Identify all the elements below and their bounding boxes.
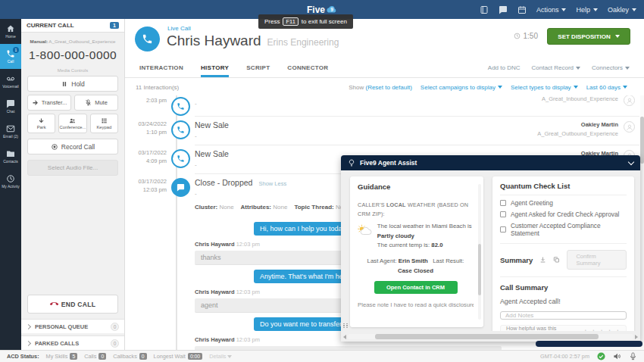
types-filter-dropdown[interactable]: Select types to display [511, 84, 578, 91]
contacts-icon [6, 149, 15, 158]
star-icon[interactable]: ★ [614, 328, 621, 332]
scrollbar-thumb[interactable] [640, 117, 644, 164]
address-book-icon[interactable] [480, 5, 489, 14]
user-menu-label: Oakley [608, 6, 629, 14]
entry-title: Close - Dropped [195, 178, 252, 187]
agent-assist-body: Guidance CALLER'S LOCAL WEATHER (BASED O… [341, 170, 640, 331]
connectors-menu[interactable]: Connectors [592, 64, 630, 71]
scrollbar-track[interactable] [348, 334, 633, 339]
tab-connector[interactable]: CONNECTOR [287, 58, 328, 77]
star-icon[interactable]: ★ [583, 328, 589, 332]
tab-script[interactable]: SCRIPT [246, 58, 270, 77]
types-filter-label: Select types to display [511, 84, 571, 91]
current-call-badge: 1 [110, 22, 119, 29]
sidebar-item-voicemail[interactable]: Voicemail [0, 69, 21, 94]
keypad-button[interactable]: Keypad [90, 114, 118, 133]
star-icon[interactable]: ★ [591, 328, 597, 332]
scroll-left-arrow[interactable] [343, 335, 346, 339]
checklist-item-agent-greeting[interactable]: Agent Greeting [500, 199, 627, 207]
contact-company: Erins Engineering [267, 37, 339, 48]
set-disposition-button[interactable]: SET DISPOSITION [547, 28, 630, 45]
add-notes-input[interactable] [500, 311, 627, 320]
guidance-scrollbar[interactable] [478, 184, 481, 320]
transfer-button[interactable]: Transfer... [27, 95, 71, 111]
conference-button[interactable]: Conference... [58, 114, 86, 133]
sidebar-label: Email (2) [3, 134, 18, 139]
reset-to-default-link[interactable]: (Reset to default) [365, 84, 411, 91]
calendar-icon[interactable] [517, 5, 527, 14]
details-toggle[interactable]: Details [209, 353, 232, 360]
entry-date: 03/17/2022 [125, 178, 167, 186]
summary-row: Summary Confirm Summary [500, 243, 627, 270]
tab-actions: Add to DNC Contact Record Connectors [488, 58, 630, 77]
collapse-chevron-icon[interactable] [628, 158, 634, 164]
star-icon[interactable]: ★ [607, 328, 613, 332]
help-menu[interactable]: Help [576, 6, 598, 14]
tab-interaction[interactable]: INTERACTION [139, 58, 183, 77]
call-timer: 1:50 [514, 32, 538, 40]
checkbox[interactable] [500, 226, 506, 232]
park-button[interactable]: Park [27, 114, 55, 133]
copy-icon[interactable] [553, 256, 560, 264]
entry-date: 03/24/2022 [125, 120, 167, 129]
sidebar-label: Voicemail [2, 84, 18, 89]
sidebar-item-my-activity[interactable]: My Activity [0, 169, 21, 194]
history-scrollbar[interactable] [640, 95, 644, 350]
checkbox[interactable] [500, 200, 506, 206]
parked-calls-accordion[interactable]: PARKED CALLS0 [21, 335, 124, 350]
show-less-link[interactable]: Show Less [258, 180, 286, 187]
show-filter[interactable]: Show (Reset to default) [349, 84, 412, 91]
caret-down-icon [227, 355, 232, 358]
open-contact-crm-button[interactable]: Open Contact in CRM [374, 281, 458, 294]
checkbox[interactable] [500, 211, 506, 217]
star-icon[interactable]: ★ [599, 328, 605, 332]
personal-queue-accordion[interactable]: PERSONAL QUEUE0 [21, 319, 124, 333]
meta-label: Cluster: [195, 204, 217, 211]
user-menu[interactable]: Oakley [608, 6, 636, 14]
pause-icon [61, 80, 68, 88]
download-icon[interactable] [539, 256, 546, 264]
timer-clock-icon [514, 33, 521, 39]
sidebar-item-email[interactable]: Email (2) [0, 119, 21, 144]
assist-horizontal-scrollbar[interactable] [343, 333, 638, 340]
add-to-dnc-button[interactable]: Add to DNC [488, 64, 521, 71]
current-call-panel: CURRENT CALL 1 Manual: A_Great_Outbound_… [21, 19, 125, 350]
history-entry[interactable]: 03/24/20221:10 pm New Sale - Oakley Mart… [125, 117, 639, 145]
summary-rating: How helpful was this summary? ★ ★ ★ ★ ★ [500, 325, 627, 331]
sidebar-item-contacts[interactable]: Contacts [0, 144, 21, 169]
checklist-item-credit-check[interactable]: Agent Asked for Credit Check Approval [500, 211, 627, 218]
date-range-dropdown[interactable]: Last 60 days [586, 84, 627, 91]
mute-button[interactable]: Mute [74, 95, 118, 111]
keypad-label: Keypad [96, 125, 111, 130]
call-timer-value: 1:50 [524, 32, 538, 40]
campaigns-filter-dropdown[interactable]: Select campaigns to display [420, 84, 502, 91]
sidebar-item-home[interactable]: Home [0, 19, 21, 44]
minimized-panel-tab[interactable] [536, 341, 642, 347]
tab-history[interactable]: HISTORY [201, 58, 229, 77]
caret-down-icon [561, 8, 566, 11]
actions-menu[interactable]: Actions [536, 6, 567, 14]
microphone-icon[interactable] [629, 352, 637, 360]
entry-time: 4:09 pm [125, 158, 167, 166]
scroll-right-arrow[interactable] [635, 335, 638, 339]
speaker-icon[interactable] [613, 352, 621, 360]
panel-drag-handle[interactable] [343, 323, 349, 329]
caret-down-icon [623, 86, 627, 89]
hold-button[interactable]: Hold [27, 76, 118, 92]
contact-record-menu[interactable]: Contact Record [531, 64, 580, 71]
sidebar-item-call[interactable]: 1Call [0, 44, 21, 69]
history-entry[interactable]: 2:03 pm - A_Great_Inbound_Experience [125, 95, 639, 117]
chat-bubble-icon[interactable] [499, 5, 508, 14]
weather-info: The local weather in Miami Beach is Part… [358, 222, 474, 250]
park-label: Park [37, 125, 46, 130]
my-skills-stat: My Skills5 [46, 353, 78, 360]
checklist-item-compliance[interactable]: Customer Accepted Compliance Statement [500, 222, 627, 237]
scrollbar-thumb[interactable] [478, 244, 481, 295]
end-call-phone-icon [48, 298, 61, 311]
agent-assist-header[interactable]: Five9 Agent Assist [341, 155, 640, 170]
entry-agent: Oakley Martin [537, 121, 618, 128]
end-call-button[interactable]: END CALL [27, 295, 118, 314]
scrollbar-thumb[interactable] [375, 334, 599, 339]
sidebar-item-chat[interactable]: Chat [0, 94, 21, 119]
record-call-button[interactable]: Record Call [27, 139, 118, 154]
